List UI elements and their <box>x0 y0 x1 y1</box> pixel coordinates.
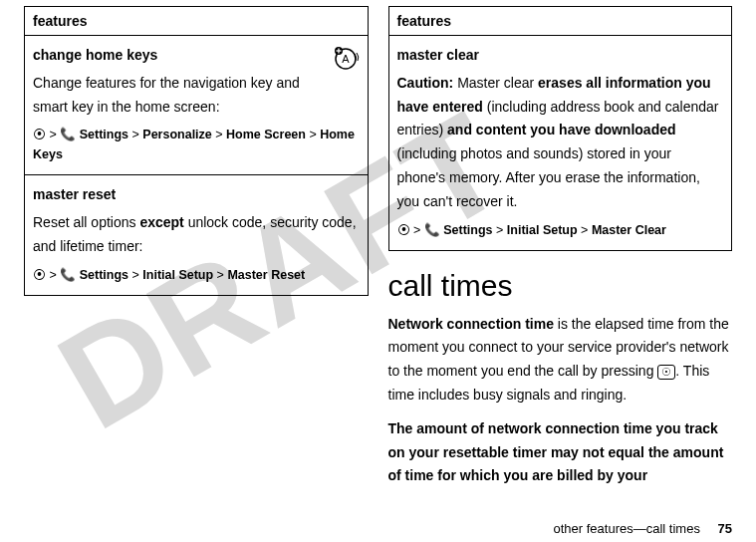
features-table-right: features master clear Caution: Master cl… <box>388 6 733 251</box>
b2: and content you have downloaded <box>447 122 675 137</box>
t3: (including photos and sounds) stored in … <box>397 145 700 209</box>
row-title: master reset <box>33 183 360 207</box>
right-column: features master clear Caution: Master cl… <box>388 6 733 498</box>
table-header: features <box>388 7 732 36</box>
paragraph-network-connection: Network connection time is the elapsed t… <box>388 313 733 407</box>
row-master-reset: master reset Reset all options except un… <box>25 175 369 295</box>
end-key-icon: ☉ <box>657 365 675 380</box>
row-desc: Change features for the navigation key a… <box>33 75 300 115</box>
row-desc-bold: except <box>139 214 183 230</box>
center-key-glyph: ⦿ <box>33 128 46 141</box>
row-change-home-keys: A change home keys Change features for t… <box>25 36 369 175</box>
menu-path: ⦿ > 📞 Settings > Initial Setup > Master … <box>397 220 724 240</box>
footer-text: other features—call times <box>554 521 700 536</box>
settings-icon: 📞 <box>60 268 76 282</box>
page-content: features A chan <box>0 0 756 498</box>
svg-text:A: A <box>342 53 350 65</box>
caution-label: Caution: <box>397 75 454 91</box>
left-column: features A chan <box>24 6 369 498</box>
settings-icon: 📞 <box>424 223 440 237</box>
para1-bold: Network connection time <box>388 316 554 332</box>
row-desc-pre: Reset all options <box>33 214 139 230</box>
section-heading-call-times: call times <box>388 269 733 303</box>
page-footer: other features—call times 75 <box>554 521 733 536</box>
paragraph-billing-note: The amount of network connection time yo… <box>388 417 733 488</box>
t1: Master clear <box>453 75 538 91</box>
table-header: features <box>25 7 369 36</box>
row-title: change home keys <box>33 44 360 68</box>
para2-bold: The amount of network connection time yo… <box>388 420 724 484</box>
menu-path: ⦿ > 📞 Settings > Personalize > Home Scre… <box>33 125 360 164</box>
center-key-glyph: ⦿ <box>397 223 410 237</box>
accessibility-icon: A <box>332 44 360 80</box>
menu-path: ⦿ > 📞 Settings > Initial Setup > Master … <box>33 265 360 285</box>
features-table-left: features A chan <box>24 6 369 296</box>
page-number: 75 <box>718 521 732 536</box>
settings-icon: 📞 <box>60 128 76 141</box>
center-key-glyph: ⦿ <box>33 268 46 282</box>
row-title: master clear <box>397 44 724 68</box>
row-master-clear: master clear Caution: Master clear erase… <box>388 36 732 251</box>
